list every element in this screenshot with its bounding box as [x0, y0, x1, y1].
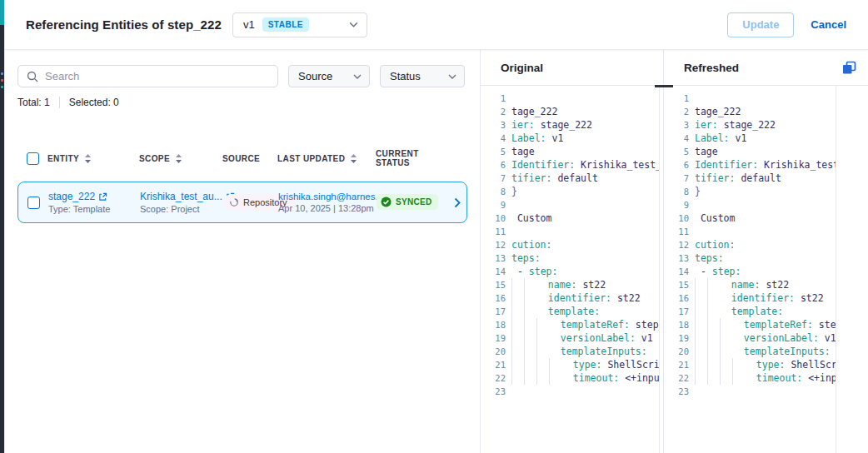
check-circle-icon [381, 197, 392, 207]
line-number: 20 [664, 345, 689, 358]
code-line: 16 identifier: st22 [481, 291, 659, 305]
code-line: 6Identifier: Krishika_test_auto [664, 158, 836, 172]
column-header-entity[interactable]: ENTITY [47, 154, 139, 163]
code-token: tifier: [695, 172, 741, 185]
code-line: 19 versionLabel: v1 [481, 331, 659, 345]
row-checkbox[interactable] [27, 197, 40, 209]
select-all-checkbox[interactable] [27, 152, 39, 165]
code-line: 2tage_222 [481, 105, 659, 118]
line-number: 14 [664, 265, 689, 278]
code-token: name: [536, 278, 582, 291]
horizontal-scrollbar-thumb[interactable] [655, 85, 673, 87]
code-token: timeout: [745, 371, 808, 385]
refreshed-panel: Refreshed 12tage_2223ier: stage_2224Labe… [664, 50, 868, 453]
indent-guide [549, 358, 561, 371]
sort-icon[interactable] [350, 154, 357, 163]
code-line: 14 - step: [664, 265, 836, 278]
code-line: 3ier: stage_222 [481, 118, 659, 132]
line-number: 18 [664, 318, 689, 331]
entity-link[interactable]: stage_222 [48, 191, 95, 202]
scope-cell: Krishika_test_au... Scope: Project [140, 191, 223, 214]
search-input[interactable] [45, 70, 269, 82]
column-header-last-updated[interactable]: LAST UPDATED [277, 154, 376, 163]
updated-at: Apr 10, 2025 | 13:28pm [278, 203, 377, 213]
code-token: template: [720, 305, 783, 318]
cancel-button[interactable]: Cancel [811, 18, 846, 31]
code-line: 12cution: [481, 238, 659, 251]
refreshed-code-editor[interactable]: 12tage_2223ier: stage_2224Label: v15tage… [664, 86, 868, 453]
code-line: 13teps: [664, 251, 836, 265]
code-line: 3ier: stage_222 [664, 118, 836, 132]
code-line: 20 templateInputs: [481, 345, 659, 358]
line-number: 19 [481, 331, 506, 345]
background-dot [1, 72, 3, 75]
code-token: tage_222 [695, 105, 741, 118]
code-token: st22 [582, 278, 606, 291]
refreshed-title: Refreshed [684, 62, 739, 74]
indent-guide [511, 305, 524, 318]
table-row[interactable]: stage_222 Type: Template Krishika_test_a… [17, 182, 467, 223]
code-lines-right: 12tage_2223ier: stage_2224Label: v15tage… [664, 92, 836, 453]
column-label: CURRENT STATUS [376, 149, 450, 167]
code-line: 4Label: v1 [664, 132, 836, 145]
code-line: 5tage [664, 145, 836, 158]
line-number: 4 [481, 132, 506, 145]
source-filter-dropdown[interactable]: Source [288, 65, 370, 87]
indent-guide [707, 371, 720, 385]
external-link-icon[interactable] [98, 192, 107, 202]
background-dot [1, 79, 3, 82]
background-dot [1, 86, 3, 88]
code-line: 1 [481, 92, 659, 105]
version-selector[interactable]: v1 STABLE [232, 12, 367, 37]
code-token: tage [511, 145, 535, 158]
selected-count: Selected: 0 [69, 97, 119, 108]
status-filter-dropdown[interactable]: Status [380, 65, 465, 87]
line-number: 16 [664, 291, 689, 305]
sort-icon[interactable] [84, 154, 92, 163]
code-token: v1 [551, 132, 563, 145]
indent-guide [720, 318, 732, 331]
indent-guide [536, 331, 549, 345]
scope-link[interactable]: Krishika_test_au... [140, 191, 222, 202]
code-token: ier: [695, 118, 724, 132]
copy-icon [842, 61, 856, 75]
code-token: templateInputs: [732, 345, 831, 358]
code-token: step_222 [819, 318, 836, 331]
chevron-down-icon [448, 74, 456, 79]
code-token: v1 [825, 331, 836, 345]
sort-icon[interactable] [175, 154, 182, 163]
code-line: 22 timeout: <+input> [481, 371, 659, 385]
line-number: 8 [481, 185, 506, 198]
code-token: templateRef: [732, 318, 819, 331]
indent-guide [511, 358, 524, 371]
line-number: 11 [481, 225, 506, 238]
row-expand-button[interactable] [448, 197, 466, 208]
indent-guide [524, 278, 536, 291]
code-line: 23 [481, 385, 659, 398]
line-number: 11 [664, 225, 689, 238]
update-button[interactable]: Update [727, 12, 794, 37]
chevron-down-icon [353, 74, 362, 79]
line-number: 4 [664, 132, 689, 145]
code-line: 19 versionLabel: v1 [664, 331, 836, 345]
line-number: 12 [664, 238, 689, 251]
line-number: 1 [664, 92, 689, 105]
original-title: Original [501, 62, 543, 74]
indent-guide [511, 318, 524, 331]
indent-guide [695, 291, 707, 305]
source-cell: Repository [223, 194, 278, 211]
indent-guide [707, 331, 720, 345]
code-token: v1 [735, 132, 746, 145]
indent-guide [707, 358, 720, 371]
code-token: step_222 [636, 318, 659, 331]
indent-guide [707, 318, 720, 331]
code-line: 4Label: v1 [481, 132, 659, 145]
original-panel: Original 12tage_2223ier: stage_2224Label… [481, 50, 663, 453]
indent-guide [511, 291, 524, 305]
code-token: } [695, 185, 701, 198]
line-number: 15 [481, 278, 506, 291]
column-header-scope[interactable]: SCOPE [139, 154, 222, 163]
original-code-editor[interactable]: 12tage_2223ier: stage_2224Label: v15tage… [481, 86, 663, 453]
copy-button[interactable] [842, 61, 856, 75]
code-token: default [557, 172, 597, 185]
